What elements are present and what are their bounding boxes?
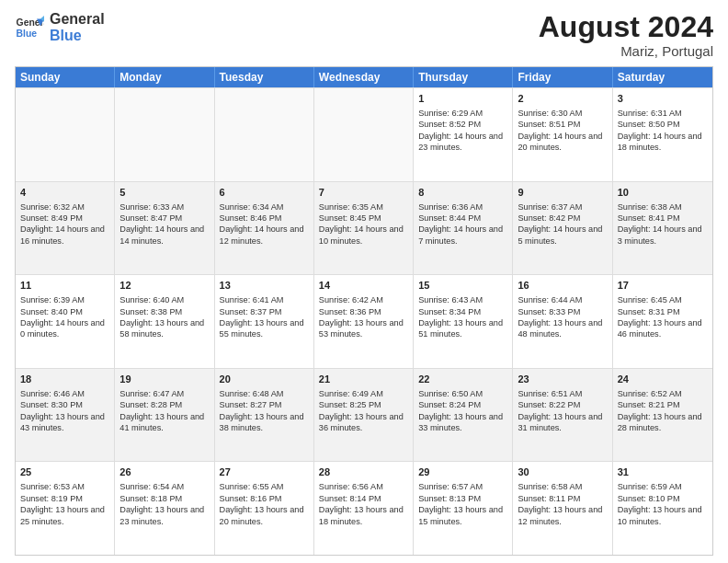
calendar-cell-7: 7Sunrise: 6:35 AM Sunset: 8:45 PM Daylig… bbox=[314, 182, 414, 275]
calendar-cell-9: 9Sunrise: 6:37 AM Sunset: 8:42 PM Daylig… bbox=[513, 182, 612, 275]
calendar-row-2: 4Sunrise: 6:32 AM Sunset: 8:49 PM Daylig… bbox=[16, 181, 712, 275]
location: Mariz, Portugal bbox=[539, 43, 713, 59]
day-number: 17 bbox=[618, 279, 708, 293]
day-info: Sunrise: 6:49 AM Sunset: 8:25 PM Dayligh… bbox=[319, 388, 408, 434]
day-number: 30 bbox=[518, 465, 607, 479]
header-day-friday: Friday bbox=[513, 67, 612, 87]
day-number: 23 bbox=[518, 373, 607, 386]
day-info: Sunrise: 6:37 AM Sunset: 8:42 PM Dayligh… bbox=[518, 201, 607, 247]
calendar-body: 1Sunrise: 6:29 AM Sunset: 8:52 PM Daylig… bbox=[16, 87, 712, 555]
calendar-cell-26: 26Sunrise: 6:54 AM Sunset: 8:18 PM Dayli… bbox=[115, 462, 214, 555]
calendar-cell-21: 21Sunrise: 6:49 AM Sunset: 8:25 PM Dayli… bbox=[314, 369, 414, 462]
day-info: Sunrise: 6:32 AM Sunset: 8:49 PM Dayligh… bbox=[20, 201, 109, 247]
calendar-cell-12: 12Sunrise: 6:40 AM Sunset: 8:38 PM Dayli… bbox=[115, 275, 214, 368]
calendar-cell-22: 22Sunrise: 6:50 AM Sunset: 8:24 PM Dayli… bbox=[414, 369, 513, 462]
calendar-row-5: 25Sunrise: 6:53 AM Sunset: 8:19 PM Dayli… bbox=[16, 461, 712, 555]
header: General Blue General Blue August 2024 Ma… bbox=[15, 11, 713, 59]
day-info: Sunrise: 6:33 AM Sunset: 8:47 PM Dayligh… bbox=[119, 201, 209, 247]
day-info: Sunrise: 6:34 AM Sunset: 8:46 PM Dayligh… bbox=[220, 201, 309, 247]
calendar-cell-23: 23Sunrise: 6:51 AM Sunset: 8:22 PM Dayli… bbox=[513, 369, 612, 462]
calendar-cell-empty-r0c0 bbox=[16, 88, 115, 181]
day-info: Sunrise: 6:55 AM Sunset: 8:16 PM Dayligh… bbox=[220, 481, 309, 527]
day-number: 21 bbox=[319, 373, 408, 386]
month-year: August 2024 bbox=[539, 11, 713, 43]
header-day-tuesday: Tuesday bbox=[215, 67, 314, 87]
day-info: Sunrise: 6:45 AM Sunset: 8:31 PM Dayligh… bbox=[618, 294, 708, 340]
day-info: Sunrise: 6:48 AM Sunset: 8:27 PM Dayligh… bbox=[220, 388, 309, 434]
calendar-cell-empty-r0c3 bbox=[314, 88, 414, 181]
day-info: Sunrise: 6:47 AM Sunset: 8:28 PM Dayligh… bbox=[119, 388, 209, 434]
day-info: Sunrise: 6:35 AM Sunset: 8:45 PM Dayligh… bbox=[319, 201, 408, 247]
day-number: 28 bbox=[319, 465, 408, 479]
calendar-cell-empty-r0c1 bbox=[115, 88, 214, 181]
day-info: Sunrise: 6:44 AM Sunset: 8:33 PM Dayligh… bbox=[518, 294, 607, 340]
day-info: Sunrise: 6:52 AM Sunset: 8:21 PM Dayligh… bbox=[618, 388, 708, 434]
calendar-row-1: 1Sunrise: 6:29 AM Sunset: 8:52 PM Daylig… bbox=[16, 87, 712, 181]
day-info: Sunrise: 6:36 AM Sunset: 8:44 PM Dayligh… bbox=[418, 201, 507, 247]
calendar-cell-18: 18Sunrise: 6:46 AM Sunset: 8:30 PM Dayli… bbox=[16, 369, 115, 462]
day-number: 10 bbox=[618, 186, 708, 200]
calendar-cell-empty-r0c2 bbox=[215, 88, 314, 181]
calendar-cell-14: 14Sunrise: 6:42 AM Sunset: 8:36 PM Dayli… bbox=[314, 275, 414, 368]
day-number: 13 bbox=[220, 279, 309, 293]
day-info: Sunrise: 6:41 AM Sunset: 8:37 PM Dayligh… bbox=[220, 294, 309, 340]
day-info: Sunrise: 6:50 AM Sunset: 8:24 PM Dayligh… bbox=[418, 388, 507, 434]
logo: General Blue General Blue bbox=[15, 11, 105, 43]
day-info: Sunrise: 6:40 AM Sunset: 8:38 PM Dayligh… bbox=[119, 294, 209, 340]
day-number: 4 bbox=[20, 186, 109, 200]
day-info: Sunrise: 6:56 AM Sunset: 8:14 PM Dayligh… bbox=[319, 481, 408, 527]
day-number: 25 bbox=[20, 465, 109, 479]
calendar-cell-19: 19Sunrise: 6:47 AM Sunset: 8:28 PM Dayli… bbox=[115, 369, 214, 462]
header-day-monday: Monday bbox=[115, 67, 214, 87]
day-info: Sunrise: 6:42 AM Sunset: 8:36 PM Dayligh… bbox=[319, 294, 408, 340]
logo-blue: Blue bbox=[50, 28, 105, 44]
day-number: 19 bbox=[119, 373, 209, 386]
header-day-saturday: Saturday bbox=[613, 67, 712, 87]
calendar-cell-5: 5Sunrise: 6:33 AM Sunset: 8:47 PM Daylig… bbox=[115, 182, 214, 275]
calendar-cell-31: 31Sunrise: 6:59 AM Sunset: 8:10 PM Dayli… bbox=[613, 462, 712, 555]
day-info: Sunrise: 6:38 AM Sunset: 8:41 PM Dayligh… bbox=[618, 201, 708, 247]
calendar-cell-8: 8Sunrise: 6:36 AM Sunset: 8:44 PM Daylig… bbox=[414, 182, 513, 275]
calendar-cell-13: 13Sunrise: 6:41 AM Sunset: 8:37 PM Dayli… bbox=[215, 275, 314, 368]
day-number: 3 bbox=[618, 92, 708, 106]
calendar-cell-17: 17Sunrise: 6:45 AM Sunset: 8:31 PM Dayli… bbox=[613, 275, 712, 368]
calendar-cell-3: 3Sunrise: 6:31 AM Sunset: 8:50 PM Daylig… bbox=[613, 88, 712, 181]
calendar-cell-28: 28Sunrise: 6:56 AM Sunset: 8:14 PM Dayli… bbox=[314, 462, 414, 555]
header-day-wednesday: Wednesday bbox=[314, 67, 414, 87]
day-info: Sunrise: 6:59 AM Sunset: 8:10 PM Dayligh… bbox=[618, 481, 708, 527]
calendar-cell-15: 15Sunrise: 6:43 AM Sunset: 8:34 PM Dayli… bbox=[414, 275, 513, 368]
calendar-cell-24: 24Sunrise: 6:52 AM Sunset: 8:21 PM Dayli… bbox=[613, 369, 712, 462]
day-number: 26 bbox=[119, 465, 209, 479]
calendar-row-4: 18Sunrise: 6:46 AM Sunset: 8:30 PM Dayli… bbox=[16, 368, 712, 462]
calendar-cell-27: 27Sunrise: 6:55 AM Sunset: 8:16 PM Dayli… bbox=[215, 462, 314, 555]
calendar-cell-10: 10Sunrise: 6:38 AM Sunset: 8:41 PM Dayli… bbox=[613, 182, 712, 275]
svg-text:Blue: Blue bbox=[17, 28, 38, 38]
day-number: 12 bbox=[119, 279, 209, 293]
day-info: Sunrise: 6:31 AM Sunset: 8:50 PM Dayligh… bbox=[618, 108, 708, 154]
calendar-cell-1: 1Sunrise: 6:29 AM Sunset: 8:52 PM Daylig… bbox=[414, 88, 513, 181]
day-info: Sunrise: 6:46 AM Sunset: 8:30 PM Dayligh… bbox=[20, 388, 109, 434]
day-number: 8 bbox=[418, 186, 507, 200]
calendar-cell-30: 30Sunrise: 6:58 AM Sunset: 8:11 PM Dayli… bbox=[513, 462, 612, 555]
day-number: 20 bbox=[220, 373, 309, 386]
calendar-header: SundayMondayTuesdayWednesdayThursdayFrid… bbox=[16, 67, 712, 87]
page: General Blue General Blue August 2024 Ma… bbox=[0, 0, 728, 563]
day-number: 7 bbox=[319, 186, 408, 200]
day-info: Sunrise: 6:54 AM Sunset: 8:18 PM Dayligh… bbox=[119, 481, 209, 527]
calendar-cell-6: 6Sunrise: 6:34 AM Sunset: 8:46 PM Daylig… bbox=[215, 182, 314, 275]
day-number: 16 bbox=[518, 279, 607, 293]
day-info: Sunrise: 6:30 AM Sunset: 8:51 PM Dayligh… bbox=[518, 108, 607, 154]
calendar-cell-29: 29Sunrise: 6:57 AM Sunset: 8:13 PM Dayli… bbox=[414, 462, 513, 555]
calendar-cell-4: 4Sunrise: 6:32 AM Sunset: 8:49 PM Daylig… bbox=[16, 182, 115, 275]
calendar-cell-2: 2Sunrise: 6:30 AM Sunset: 8:51 PM Daylig… bbox=[513, 88, 612, 181]
day-number: 18 bbox=[20, 373, 109, 386]
day-number: 31 bbox=[618, 465, 708, 479]
header-day-thursday: Thursday bbox=[414, 67, 513, 87]
title-block: August 2024 Mariz, Portugal bbox=[539, 11, 713, 59]
header-day-sunday: Sunday bbox=[16, 67, 115, 87]
day-number: 24 bbox=[618, 373, 708, 386]
day-number: 11 bbox=[20, 279, 109, 293]
day-number: 6 bbox=[220, 186, 309, 200]
day-number: 15 bbox=[418, 279, 507, 293]
day-number: 1 bbox=[418, 92, 507, 106]
